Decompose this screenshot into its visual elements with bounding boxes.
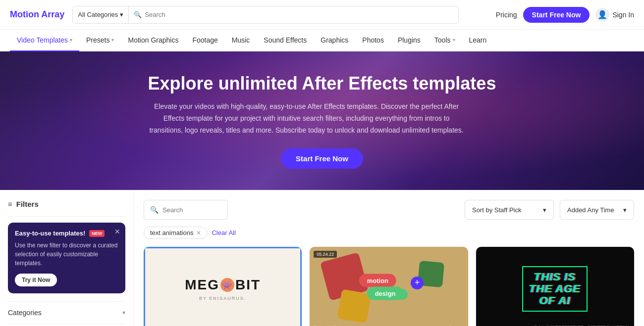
- search-icon: 🔍: [134, 11, 142, 18]
- backs-plus-icon: +: [411, 277, 424, 289]
- nav-item-plugins[interactable]: Plugins: [391, 30, 428, 51]
- hero-cta-button[interactable]: Start Free Now: [281, 148, 363, 169]
- hero-content: Explore unlimited After Effects template…: [148, 73, 496, 169]
- time-chevron-icon: ▾: [623, 206, 627, 214]
- filters-label: Filters: [16, 200, 39, 208]
- card-glitch-typography[interactable]: THIS ISTHE AGEOF AI © ALL RIGHTS RESERVE…: [476, 247, 634, 326]
- backs-motion-tag: motion: [359, 274, 396, 287]
- time-dropdown[interactable]: Added Any Time ▾: [560, 200, 634, 220]
- promo-close-button[interactable]: ✕: [114, 228, 120, 235]
- grid-search-icon: 🔍: [150, 206, 159, 214]
- sidebar-section-resolution[interactable]: Resolution ▾: [8, 324, 125, 326]
- sort-chevron-icon: ▾: [543, 206, 546, 214]
- active-filters: text animations ✕ Clear All: [144, 227, 634, 239]
- hero-section: Explore unlimited After Effects template…: [0, 51, 644, 190]
- card-megabit-alphabet[interactable]: MEG👾BIT BY ENISAURUS. Megabit Alphabet N…: [144, 247, 302, 326]
- search-input-wrap: 🔍: [129, 11, 458, 18]
- main-nav: Video Templates ▾ Presets ▾ Motion Graph…: [0, 30, 644, 51]
- nav-item-video-templates[interactable]: Video Templates ▾: [10, 30, 79, 51]
- nav-item-presets[interactable]: Presets ▾: [79, 30, 121, 51]
- grid-search-input[interactable]: [162, 206, 221, 214]
- header: Motion Array All Categories ▾ 🔍 Pricing …: [0, 0, 644, 30]
- nav-item-tools[interactable]: Tools ▾: [428, 30, 462, 51]
- filter-icon: ≡: [8, 200, 12, 208]
- user-avatar-icon: 👤: [595, 8, 609, 22]
- promo-description: Use the new filter to discover a curated…: [15, 241, 118, 268]
- nav-chevron-icon: ▾: [70, 37, 72, 43]
- clear-all-button[interactable]: Clear All: [212, 229, 235, 236]
- nav-item-sound-effects[interactable]: Sound Effects: [257, 30, 314, 51]
- nav-item-motion-graphics[interactable]: Motion Graphics: [121, 30, 185, 51]
- filter-tag-text-animations: text animations ✕: [144, 227, 208, 239]
- card-thumbnail-1: MEG👾BIT BY ENISAURUS.: [144, 247, 302, 326]
- search-filter-row: 🔍 Sort by Staff Pick ▾ Added Any Time ▾: [144, 200, 634, 220]
- megabit-icon: 👾: [220, 278, 234, 292]
- shape-yellow: [337, 289, 372, 324]
- card-backs-titles[interactable]: 05.24.22 motion + ✓ design Design by @ar…: [310, 247, 468, 326]
- sidebar: ≡ Filters Easy-to-use templates! NEW ✕ U…: [0, 190, 134, 326]
- glitch-text: THIS ISTHE AGEOF AI: [522, 266, 588, 312]
- sign-in-button[interactable]: 👤 Sign In: [595, 8, 634, 22]
- nav-item-graphics[interactable]: Graphics: [314, 30, 355, 51]
- search-category-dropdown[interactable]: All Categories ▾: [73, 6, 129, 23]
- nav-item-learn[interactable]: Learn: [462, 30, 494, 51]
- promo-new-badge: NEW: [89, 230, 105, 237]
- header-right: Pricing Start Free Now 👤 Sign In: [496, 7, 634, 23]
- filter-tag-remove-button[interactable]: ✕: [196, 230, 201, 236]
- hero-description: Elevate your videos with high-quality, e…: [148, 101, 465, 136]
- nav-item-footage[interactable]: Footage: [185, 30, 224, 51]
- filters-header: ≡ Filters: [8, 200, 125, 208]
- nav-item-music[interactable]: Music: [225, 30, 257, 51]
- try-it-now-button[interactable]: Try it Now: [15, 274, 57, 286]
- card-date-badge: 05.24.22: [314, 251, 337, 258]
- categories-chevron-icon: ▾: [122, 309, 125, 316]
- categories-label: Categories: [8, 309, 42, 317]
- sort-dropdown[interactable]: Sort by Staff Pick ▾: [465, 200, 554, 220]
- pricing-link[interactable]: Pricing: [496, 11, 517, 19]
- grid-search-box: 🔍: [144, 200, 228, 220]
- card-thumbnail-3: THIS ISTHE AGEOF AI © ALL RIGHTS RESERVE…: [476, 247, 634, 326]
- promo-title: Easy-to-use templates!: [15, 230, 85, 237]
- cards-grid: MEG👾BIT BY ENISAURUS. Megabit Alphabet N…: [144, 247, 634, 326]
- card-thumbnail-2: 05.24.22 motion + ✓ design Design by @ar…: [310, 247, 468, 326]
- sidebar-section-categories[interactable]: Categories ▾: [8, 301, 125, 324]
- search-bar: All Categories ▾ 🔍: [72, 6, 459, 24]
- megabit-title: MEG👾BIT: [185, 277, 261, 293]
- search-input[interactable]: [145, 11, 453, 18]
- nav-item-photos[interactable]: Photos: [355, 30, 391, 51]
- megabit-by: BY ENISAURUS.: [199, 296, 246, 301]
- promo-card-header: Easy-to-use templates! NEW: [15, 230, 118, 237]
- category-chevron-icon: ▾: [120, 11, 123, 18]
- promo-card: Easy-to-use templates! NEW ✕ Use the new…: [8, 223, 125, 293]
- hero-title: Explore unlimited After Effects template…: [148, 73, 496, 94]
- nav-chevron-icon: ▾: [111, 37, 114, 43]
- logo[interactable]: Motion Array: [10, 9, 64, 20]
- nav-chevron-icon: ▾: [453, 37, 455, 43]
- main-content: ≡ Filters Easy-to-use templates! NEW ✕ U…: [0, 190, 644, 326]
- start-free-now-button[interactable]: Start Free Now: [523, 7, 590, 23]
- grid-area: 🔍 Sort by Staff Pick ▾ Added Any Time ▾ …: [134, 190, 644, 326]
- backs-design-tag: design: [367, 286, 404, 300]
- sidebar-divider: [8, 216, 125, 217]
